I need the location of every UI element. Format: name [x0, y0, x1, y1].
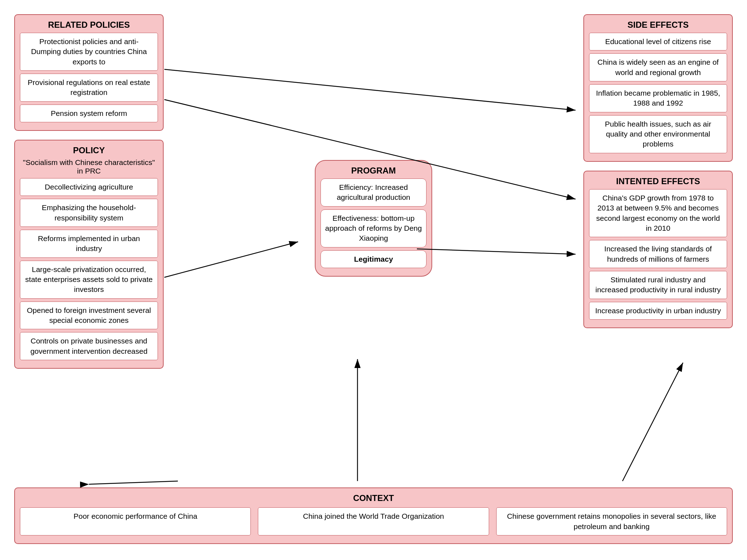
intended-effects-item-2: Stimulated rural industry and increased …: [589, 271, 727, 299]
side-effects-title: SIDE EFFECTS: [589, 20, 727, 30]
intended-effects-item-3: Increase productivity in urban industry: [589, 302, 727, 320]
intended-effects-box: INTENTED EFFECTS China's GDP growth from…: [583, 171, 733, 328]
arrow-prog-ie: [432, 218, 583, 250]
context-title: CONTEXT: [20, 493, 727, 503]
policy-item-3: Large-scale privatization occurred, stat…: [20, 261, 158, 299]
related-policies-box: RELATED POLICIES Protectionist policies …: [14, 14, 164, 131]
intended-effects-title: INTENTED EFFECTS: [589, 176, 727, 186]
policy-subtitle: "Socialism with Chinese characteristics"…: [20, 158, 158, 175]
program-item-0: Efficiency: Increased agricultural produ…: [320, 178, 427, 207]
program-title: PROGRAM: [320, 166, 427, 176]
side-effects-item-0: Educational level of citizens rise: [589, 33, 727, 50]
side-effects-item-2: Inflation became problematic in 1985, 19…: [589, 84, 727, 112]
side-effects-box: SIDE EFFECTS Educational level of citize…: [583, 14, 733, 162]
related-policies-item-2: Pension system reform: [20, 105, 158, 122]
side-effects-item-3: Public health issues, such as air qualit…: [589, 115, 727, 153]
policy-item-2: Reforms implemented in urban industry: [20, 230, 158, 258]
context-item-0: Poor economic performance of China: [20, 507, 251, 535]
policy-title: POLICY: [20, 145, 158, 155]
related-policies-title: RELATED POLICIES: [20, 20, 158, 30]
context-box: CONTEXT Poor economic performance of Chi…: [14, 487, 733, 544]
context-item-1: China joined the World Trade Organizatio…: [258, 507, 489, 535]
arrow-pol-prog: [164, 218, 315, 254]
intended-effects-item-0: China's GDP growth from 1978 to 2013 at …: [589, 189, 727, 237]
program-item-2: Legitimacy: [320, 250, 427, 268]
arrow-ctx-pol: [85, 370, 89, 487]
policy-box: POLICY "Socialism with Chinese character…: [14, 140, 164, 369]
context-item-2: Chinese government retains monopolies in…: [496, 507, 727, 535]
program-item-1: Effectiveness: bottom-up approach of ref…: [320, 209, 427, 247]
policy-item-5: Controls on private businesses and gover…: [20, 332, 158, 360]
arrow-rp-se: [164, 58, 583, 77]
related-policies-item-1: Provisional regulations on real estate r…: [20, 74, 158, 102]
program-box: PROGRAM Efficiency: Increased agricultur…: [315, 160, 432, 277]
side-effects-item-1: China is widely seen as an engine of wor…: [589, 53, 727, 81]
related-policies-item-0: Protectionist policies and anti-Dumping …: [20, 33, 158, 71]
policy-item-1: Emphasizing the household-responsibility…: [20, 199, 158, 227]
policy-item-0: Decollectivizing agriculture: [20, 178, 158, 196]
arrow-ctx-ie: [553, 330, 676, 487]
intended-effects-item-1: Increased the living standards of hundre…: [589, 240, 727, 268]
policy-item-4: Opened to foreign investment several spe…: [20, 302, 158, 330]
